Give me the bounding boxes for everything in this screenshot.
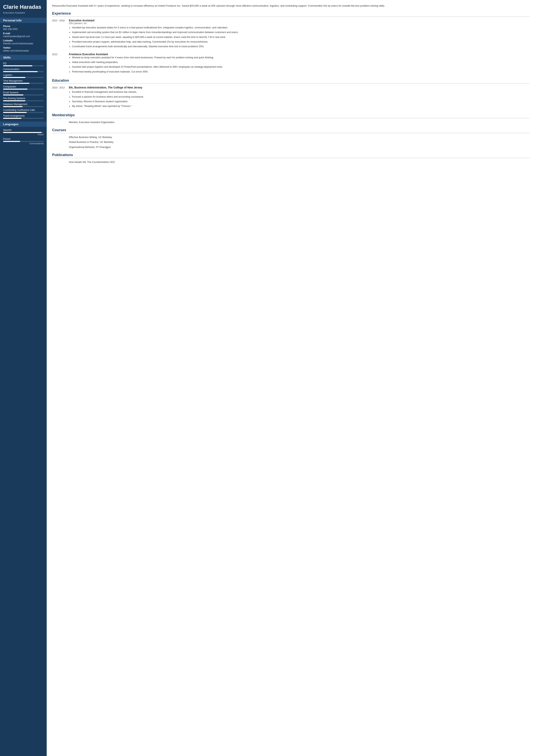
- courses-container: Effective Business Writing, UC BerkeleyG…: [52, 135, 529, 149]
- skills-container: EQCommunicationLogisticsTime ManagementC…: [3, 62, 43, 119]
- exp-bullet: Aided executives with meeting preparatio…: [72, 61, 529, 64]
- skill-name: Travel Arrangements: [3, 115, 43, 117]
- skill-name: Coordinating Conference Calls: [3, 109, 43, 111]
- course-item: Effective Business Writing, UC Berkeley: [52, 135, 529, 139]
- exp-bullet: Handled top executive assistant duties f…: [72, 26, 529, 30]
- exp-bullet: Assisted with project logistics and deve…: [72, 65, 529, 69]
- skill-bar-fill: [3, 112, 27, 113]
- education-section: Education 2010 - 2013BA, Business Admini…: [52, 79, 529, 109]
- exp-bullet: Provided executive project support, admi…: [72, 40, 529, 44]
- edu-bullet: Excelled in financial management and bus…: [72, 90, 529, 94]
- exp-bullet: Saved each top-level exec 11 hours per w…: [72, 35, 529, 39]
- exp-bullets: Worked as temp executive assistant for 4…: [69, 56, 529, 74]
- exp-job-title: Freelance Executive Assistant: [69, 53, 529, 56]
- skill-bar-bg: [3, 100, 43, 101]
- experience-container: 2013 - 2018Executive AssistantISN Lipman…: [52, 19, 529, 75]
- experience-heading: Experience: [52, 12, 529, 16]
- skill-bar-fill: [3, 118, 21, 119]
- languages-heading: Languages: [0, 122, 47, 127]
- info-label: Twitter: [3, 46, 43, 49]
- skill-bar-fill: [3, 100, 25, 101]
- info-value: linkedin.com/in/clarieharadas: [3, 42, 43, 45]
- edu-content: BA, Business Administration, The College…: [69, 86, 529, 109]
- main-content: Resourceful Executive Assistant with 5+ …: [47, 0, 535, 756]
- skill-bar-fill: [3, 71, 38, 72]
- edu-bullet: My article, "Reading Minds" was reprinte…: [72, 104, 529, 108]
- course-text: Organizational Behavior, IIT Kharagpur: [69, 146, 111, 149]
- candidate-title: Executive Assistant: [3, 11, 43, 14]
- lang-name: French: [3, 138, 43, 140]
- info-label: Phone: [3, 25, 43, 28]
- publications-heading: Publications: [52, 153, 529, 158]
- sidebar: Clarie Haradas Executive Assistant Perso…: [0, 0, 47, 756]
- exp-date: 2013 - 2018: [52, 19, 66, 50]
- lang-level: Conversational: [3, 142, 43, 145]
- info-value: twitter.com/clarieharadas: [3, 49, 43, 52]
- skill-name: EQ: [3, 62, 43, 65]
- languages-container: SpanishFluentFrenchConversational: [3, 129, 43, 145]
- skill-bar-fill: [3, 94, 23, 95]
- edu-bullet: Secretary, Women in Business student org…: [72, 100, 529, 103]
- edu-bullet: Pursued a passion for business ethics an…: [72, 95, 529, 99]
- summary-text: Resourceful Executive Assistant with 5+ …: [52, 4, 529, 8]
- skill-bar-bg: [3, 71, 43, 72]
- course-text: Global Business in Practice, UC Berkeley: [69, 140, 113, 144]
- lang-bar-fill: [3, 141, 20, 142]
- publications-container: How Details Kill, The Counterintuitive C…: [52, 160, 529, 164]
- membership-item: Member, Executive Assistant Organization: [52, 121, 529, 124]
- lang-bar-fill: [3, 132, 42, 133]
- info-label: E-mail: [3, 32, 43, 35]
- exp-company: ISN Lipmann, Inc.: [69, 22, 529, 25]
- skill-bar-bg: [3, 112, 43, 113]
- skill-bar-bg: [3, 77, 43, 78]
- memberships-section: Memberships Member, Executive Assistant …: [52, 113, 529, 124]
- skill-bar-fill: [3, 77, 25, 78]
- skill-bar-fill: [3, 106, 23, 107]
- skill-name: Time Management: [3, 79, 43, 82]
- edu-date: 2010 - 2013: [52, 86, 66, 109]
- education-heading: Education: [52, 79, 529, 84]
- memberships-heading: Memberships: [52, 113, 529, 118]
- exp-bullet: Coordinated travel arrangements both dom…: [72, 45, 529, 48]
- experience-section: Experience 2013 - 2018Executive Assistan…: [52, 12, 529, 75]
- skill-name: Logistics: [3, 74, 43, 76]
- personal-info-fields: Phone862-208-2592E-mailclarieharadas@gma…: [3, 25, 43, 52]
- exp-job-title: Executive Assistant: [69, 19, 529, 22]
- course-text: Effective Business Writing, UC Berkeley: [69, 135, 112, 139]
- skill-bar-bg: [3, 89, 43, 90]
- lang-level: Fluent: [3, 133, 43, 136]
- info-value: clarieharadas@gmail.com: [3, 35, 43, 38]
- exp-bullet: Performed weekly proofreading of executi…: [72, 70, 529, 74]
- skill-bar-bg: [3, 118, 43, 119]
- education-container: 2010 - 2013BA, Business Administration, …: [52, 86, 529, 109]
- skill-bar-bg: [3, 65, 43, 66]
- skill-name: Email Systems: [3, 91, 43, 94]
- memberships-container: Member, Executive Assistant Organization: [52, 121, 529, 124]
- skill-name: Compassion: [3, 85, 43, 88]
- candidate-name: Clarie Haradas: [3, 4, 43, 10]
- skill-bar-fill: [3, 65, 32, 66]
- publications-section: Publications How Details Kill, The Count…: [52, 153, 529, 164]
- edu-degree: BA, Business Administration, The College…: [69, 86, 529, 89]
- exp-content: Freelance Executive AssistantWorked as t…: [69, 53, 529, 75]
- experience-item: 2013Freelance Executive AssistantWorked …: [52, 53, 529, 75]
- course-item: Global Business in Practice, UC Berkeley: [52, 140, 529, 144]
- skill-name: File-Sharing Systems: [3, 97, 43, 100]
- skill-bar-fill: [3, 83, 29, 84]
- edu-bullets: Excelled in financial management and bus…: [69, 90, 529, 108]
- exp-bullet: Worked as temp executive assistant for 4…: [72, 56, 529, 60]
- courses-heading: Courses: [52, 128, 529, 133]
- skill-bar-bg: [3, 106, 43, 107]
- skill-bar-bg: [3, 94, 43, 95]
- skills-heading: Skills: [0, 55, 47, 60]
- lang-bar-bg: [3, 132, 43, 133]
- experience-item: 2013 - 2018Executive AssistantISN Lipman…: [52, 19, 529, 50]
- exp-bullets: Handled top executive assistant duties f…: [69, 26, 529, 49]
- exp-content: Executive AssistantISN Lipmann, Inc.Hand…: [69, 19, 529, 50]
- skill-bar-fill: [3, 89, 27, 90]
- personal-info-heading: Personal Info: [0, 18, 47, 23]
- lang-name: Spanish: [3, 129, 43, 131]
- skill-name: Database Management: [3, 103, 43, 106]
- exp-bullet: Implemented call-recording system that c…: [72, 31, 529, 34]
- exp-date: 2013: [52, 53, 66, 75]
